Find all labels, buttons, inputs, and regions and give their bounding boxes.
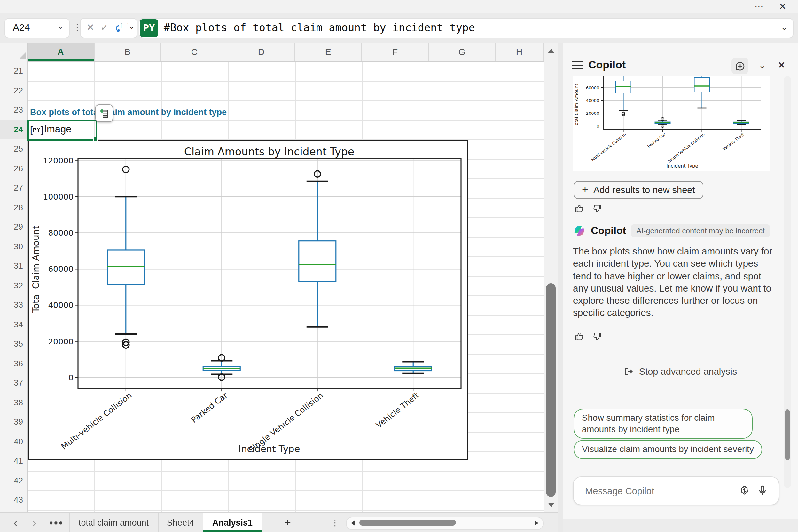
ai-disclaimer-badge: AI-generated content may be incorrect xyxy=(631,225,770,237)
window-more-icon[interactable]: ⋯ xyxy=(751,0,767,13)
column-header-h[interactable]: H xyxy=(496,43,544,61)
panel-close-icon[interactable]: ✕ xyxy=(778,59,785,71)
insert-python-chevron-icon[interactable]: ⌄ xyxy=(129,22,135,31)
svg-text:120000: 120000 xyxy=(43,156,74,165)
row-header-38[interactable]: 38 xyxy=(0,393,27,413)
column-header-g[interactable]: G xyxy=(429,43,496,61)
plus-icon: + xyxy=(582,184,588,196)
row-header-29[interactable]: 29 xyxy=(0,217,27,237)
name-box-value: A24 xyxy=(13,22,30,33)
scroll-up-icon[interactable] xyxy=(548,49,554,53)
svg-text:Claim Amounts by Incident Type: Claim Amounts by Incident Type xyxy=(184,146,354,158)
row-header-22[interactable]: 22 xyxy=(0,81,27,100)
column-header-c[interactable]: C xyxy=(161,43,228,61)
formula-bar-expand-icon[interactable]: ⌄ xyxy=(781,22,788,32)
boxplot-main-chart: 020000400006000080000100000120000Multi-v… xyxy=(30,141,467,459)
thumbs-up-icon[interactable] xyxy=(574,331,585,341)
excel-window: ⋯ ✕ A24 ⌄ ⋮ ✕ ✓ [ ] ⌄ PY #Box plots of t… xyxy=(0,0,798,532)
sheet-tab-total-claim-amount[interactable]: total claim amount xyxy=(69,513,158,532)
hamburger-menu-icon[interactable] xyxy=(572,60,583,70)
row-header-21[interactable]: 21 xyxy=(0,61,27,81)
thumbs-down-icon[interactable] xyxy=(592,331,602,341)
row-header-24[interactable]: 24 xyxy=(0,120,27,139)
name-box-chevron-icon[interactable]: ⌄ xyxy=(57,21,64,31)
advanced-analysis-brain-icon[interactable] xyxy=(739,485,751,497)
row-header-26[interactable]: 26 xyxy=(0,159,27,178)
enter-icon[interactable]: ✓ xyxy=(100,22,108,33)
row-header-39[interactable]: 39 xyxy=(0,413,27,432)
boxplot-mini-chart: 0200004000060000Multi-vehicle CollisionP… xyxy=(573,76,770,171)
column-header-d[interactable]: D xyxy=(228,43,295,61)
suggestion-chip[interactable]: Visualize claim amounts by incident seve… xyxy=(573,440,762,459)
row-header-43[interactable]: 43 xyxy=(0,491,27,510)
row-header-33[interactable]: 33 xyxy=(0,296,27,315)
insert-data-card-icon[interactable] xyxy=(95,104,113,122)
sheet-vertical-scrollbar[interactable] xyxy=(544,43,557,512)
copilot-title: Copilot xyxy=(588,59,626,72)
panel-scrollbar-thumb[interactable] xyxy=(785,409,790,460)
a24-bracket-open: [ xyxy=(30,124,33,135)
row-header-41[interactable]: 41 xyxy=(0,452,27,471)
svg-text:20000: 20000 xyxy=(48,337,74,346)
column-header-f[interactable]: F xyxy=(362,43,429,61)
row-header-32[interactable]: 32 xyxy=(0,276,27,296)
hscroll-thumb[interactable] xyxy=(359,520,456,526)
tabbar-kebab-icon[interactable]: ⋮ xyxy=(330,513,340,532)
formula-input[interactable]: PY #Box plots of total claim amount by i… xyxy=(139,19,793,38)
row-header-30[interactable]: 30 xyxy=(0,237,27,256)
hscroll-left-icon[interactable] xyxy=(351,520,355,525)
cell-a24-value[interactable]: [PY]Image xyxy=(30,121,72,137)
copilot-message-header: Copilot AI-generated content may be inco… xyxy=(573,224,770,238)
row-header-34[interactable]: 34 xyxy=(0,315,27,335)
sheet-tab-analysis1-active[interactable]: Analysis1 xyxy=(203,513,262,532)
message-copilot-input-container xyxy=(573,476,779,505)
message-copilot-input[interactable] xyxy=(584,477,721,505)
row-header-36[interactable]: 36 xyxy=(0,354,27,374)
cancel-icon[interactable]: ✕ xyxy=(86,22,94,33)
new-chat-icon[interactable] xyxy=(732,58,748,74)
row-header-27[interactable]: 27 xyxy=(0,178,27,198)
add-sheet-icon[interactable]: + xyxy=(280,513,296,532)
row-header-28[interactable]: 28 xyxy=(0,198,27,217)
thumbs-up-icon[interactable] xyxy=(574,203,585,213)
column-header-a[interactable]: A xyxy=(27,43,94,61)
stop-exit-icon xyxy=(624,366,634,377)
tabs-nav-right-icon[interactable]: › xyxy=(28,513,41,532)
copilot-header: Copilot ⌄ ✕ xyxy=(563,58,798,75)
thumbs-down-icon[interactable] xyxy=(592,203,602,213)
embedded-boxplot-image[interactable]: 020000400006000080000100000120000Multi-v… xyxy=(28,140,468,460)
sheet-vscroll-thumb[interactable] xyxy=(546,283,556,497)
all-sheets-icon[interactable]: ●●● xyxy=(49,513,64,532)
microphone-icon[interactable] xyxy=(757,485,768,497)
row-header-42[interactable]: 42 xyxy=(0,471,27,491)
row-header-31[interactable]: 31 xyxy=(0,256,27,276)
horizontal-scrollbar[interactable] xyxy=(346,517,544,530)
column-header-e[interactable]: E xyxy=(295,43,362,61)
formula-text[interactable]: #Box plots of total claim amount by inci… xyxy=(164,22,475,34)
copilot-chart-preview[interactable]: 0200004000060000Multi-vehicle CollisionP… xyxy=(573,76,770,171)
suggestion-chip[interactable]: Show summary statistics for claim amount… xyxy=(573,408,753,439)
cell-a23-text[interactable]: Box plots of total claim amount by incid… xyxy=(30,105,227,119)
window-close-icon[interactable]: ✕ xyxy=(775,0,790,13)
svg-text:100000: 100000 xyxy=(43,192,74,202)
row-header-23[interactable]: 23 xyxy=(0,100,27,120)
add-results-button[interactable]: + Add results to new sheet xyxy=(573,181,703,199)
name-box[interactable]: A24 ⌄ xyxy=(5,19,69,38)
copilot-brand-name: Copilot xyxy=(591,225,626,236)
insert-python-icon[interactable]: [ ] xyxy=(113,22,128,35)
row-header-35[interactable]: 35 xyxy=(0,335,27,354)
row-header-40[interactable]: 40 xyxy=(0,432,27,452)
hscroll-right-icon[interactable] xyxy=(535,520,538,525)
stop-advanced-analysis[interactable]: Stop advanced analysis xyxy=(563,366,798,377)
panel-collapse-chevron-icon[interactable]: ⌄ xyxy=(758,59,766,71)
row-header-25[interactable]: 25 xyxy=(0,139,27,159)
row-header-37[interactable]: 37 xyxy=(0,374,27,393)
sheet-tab-sheet4[interactable]: Sheet4 xyxy=(158,513,204,532)
column-header-b[interactable]: B xyxy=(94,43,161,61)
scroll-down-icon[interactable] xyxy=(548,502,554,507)
tabs-nav-left-icon[interactable]: ‹ xyxy=(9,513,22,532)
feedback-row xyxy=(574,203,602,213)
select-all-corner[interactable] xyxy=(0,43,28,61)
svg-text:Incident Type: Incident Type xyxy=(666,163,698,169)
row-headers: 2122232425262728293031323334353637383940… xyxy=(0,61,28,512)
